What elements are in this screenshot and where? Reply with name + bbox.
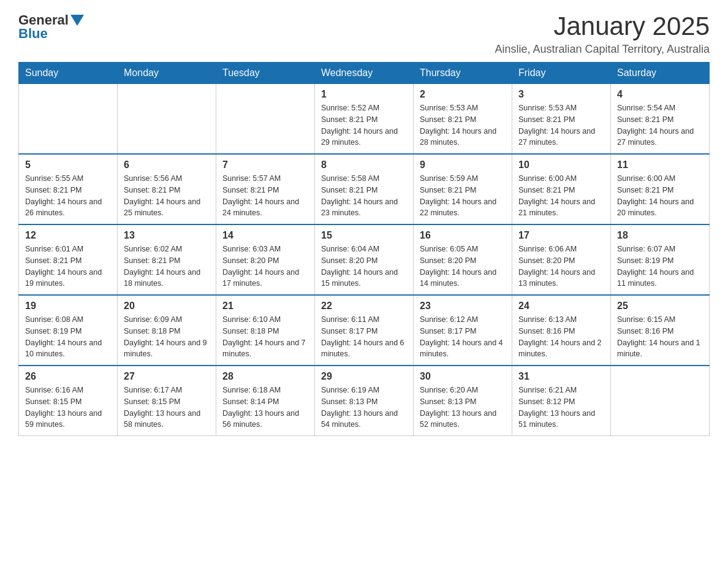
day-number: 11: [617, 159, 703, 170]
header-saturday: Saturday: [611, 63, 710, 84]
week-row-5: 26Sunrise: 6:16 AMSunset: 8:15 PMDayligh…: [19, 366, 710, 436]
week-row-1: 1Sunrise: 5:52 AMSunset: 8:21 PMDaylight…: [19, 84, 710, 155]
cell-2-1: 5Sunrise: 5:55 AMSunset: 8:21 PMDaylight…: [19, 154, 118, 224]
day-info: Sunrise: 6:20 AMSunset: 8:13 PMDaylight:…: [420, 385, 506, 431]
cell-4-3: 21Sunrise: 6:10 AMSunset: 8:18 PMDayligh…: [216, 295, 315, 366]
day-number: 23: [420, 301, 506, 312]
day-info: Sunrise: 6:06 AMSunset: 8:20 PMDaylight:…: [518, 243, 604, 289]
day-info: Sunrise: 6:02 AMSunset: 8:21 PMDaylight:…: [124, 243, 210, 289]
day-info: Sunrise: 6:16 AMSunset: 8:15 PMDaylight:…: [25, 385, 111, 431]
cell-5-6: 31Sunrise: 6:21 AMSunset: 8:12 PMDayligh…: [512, 366, 611, 436]
cell-3-4: 15Sunrise: 6:04 AMSunset: 8:20 PMDayligh…: [315, 224, 414, 295]
cell-1-6: 3Sunrise: 5:53 AMSunset: 8:21 PMDaylight…: [512, 84, 611, 155]
day-info: Sunrise: 5:56 AMSunset: 8:21 PMDaylight:…: [124, 173, 210, 219]
cell-5-3: 28Sunrise: 6:18 AMSunset: 8:14 PMDayligh…: [216, 366, 315, 436]
logo-triangle-icon: [70, 15, 84, 26]
day-number: 22: [321, 301, 407, 312]
header-sunday: Sunday: [19, 63, 118, 84]
week-row-3: 12Sunrise: 6:01 AMSunset: 8:21 PMDayligh…: [19, 224, 710, 295]
cell-3-2: 13Sunrise: 6:02 AMSunset: 8:21 PMDayligh…: [118, 224, 216, 295]
day-number: 18: [617, 230, 703, 241]
day-number: 1: [321, 89, 407, 100]
header-monday: Monday: [118, 63, 216, 84]
cell-1-2: [118, 84, 216, 155]
calendar-table: Sunday Monday Tuesday Wednesday Thursday…: [18, 62, 710, 436]
day-info: Sunrise: 5:54 AMSunset: 8:21 PMDaylight:…: [617, 102, 703, 148]
day-info: Sunrise: 6:01 AMSunset: 8:21 PMDaylight:…: [25, 243, 111, 289]
day-info: Sunrise: 6:03 AMSunset: 8:20 PMDaylight:…: [222, 243, 308, 289]
header-thursday: Thursday: [414, 63, 512, 84]
day-number: 31: [518, 371, 604, 382]
day-info: Sunrise: 6:15 AMSunset: 8:16 PMDaylight:…: [617, 314, 703, 360]
day-info: Sunrise: 5:53 AMSunset: 8:21 PMDaylight:…: [420, 102, 506, 148]
day-number: 5: [25, 159, 111, 170]
day-number: 19: [25, 301, 111, 312]
day-number: 3: [518, 89, 604, 100]
day-number: 15: [321, 230, 407, 241]
day-info: Sunrise: 5:55 AMSunset: 8:21 PMDaylight:…: [25, 173, 111, 219]
cell-1-5: 2Sunrise: 5:53 AMSunset: 8:21 PMDaylight…: [414, 84, 512, 155]
cell-3-7: 18Sunrise: 6:07 AMSunset: 8:19 PMDayligh…: [611, 224, 710, 295]
cell-2-2: 6Sunrise: 5:56 AMSunset: 8:21 PMDaylight…: [118, 154, 216, 224]
cell-3-1: 12Sunrise: 6:01 AMSunset: 8:21 PMDayligh…: [19, 224, 118, 295]
day-number: 2: [420, 89, 506, 100]
cell-4-1: 19Sunrise: 6:08 AMSunset: 8:19 PMDayligh…: [19, 295, 118, 366]
cell-5-1: 26Sunrise: 6:16 AMSunset: 8:15 PMDayligh…: [19, 366, 118, 436]
day-number: 26: [25, 371, 111, 382]
day-number: 24: [518, 301, 604, 312]
day-info: Sunrise: 6:05 AMSunset: 8:20 PMDaylight:…: [420, 243, 506, 289]
day-number: 17: [518, 230, 604, 241]
day-number: 21: [222, 301, 308, 312]
cell-2-4: 8Sunrise: 5:58 AMSunset: 8:21 PMDaylight…: [315, 154, 414, 224]
day-info: Sunrise: 6:11 AMSunset: 8:17 PMDaylight:…: [321, 314, 407, 360]
day-info: Sunrise: 6:00 AMSunset: 8:21 PMDaylight:…: [617, 173, 703, 219]
cell-5-4: 29Sunrise: 6:19 AMSunset: 8:13 PMDayligh…: [315, 366, 414, 436]
cell-1-3: [216, 84, 315, 155]
header-tuesday: Tuesday: [216, 63, 315, 84]
header-row: Sunday Monday Tuesday Wednesday Thursday…: [19, 63, 710, 84]
week-row-4: 19Sunrise: 6:08 AMSunset: 8:19 PMDayligh…: [19, 295, 710, 366]
logo: General Blue: [18, 12, 84, 42]
day-info: Sunrise: 5:57 AMSunset: 8:21 PMDaylight:…: [222, 173, 308, 219]
day-info: Sunrise: 6:17 AMSunset: 8:15 PMDaylight:…: [124, 385, 210, 431]
cell-3-6: 17Sunrise: 6:06 AMSunset: 8:20 PMDayligh…: [512, 224, 611, 295]
logo-blue: Blue: [18, 26, 48, 42]
cell-1-7: 4Sunrise: 5:54 AMSunset: 8:21 PMDaylight…: [611, 84, 710, 155]
day-number: 29: [321, 371, 407, 382]
cell-2-3: 7Sunrise: 5:57 AMSunset: 8:21 PMDaylight…: [216, 154, 315, 224]
cell-5-7: [611, 366, 710, 436]
cell-4-2: 20Sunrise: 6:09 AMSunset: 8:18 PMDayligh…: [118, 295, 216, 366]
day-info: Sunrise: 6:19 AMSunset: 8:13 PMDaylight:…: [321, 385, 407, 431]
day-number: 12: [25, 230, 111, 241]
day-number: 30: [420, 371, 506, 382]
day-number: 20: [124, 301, 210, 312]
day-info: Sunrise: 5:53 AMSunset: 8:21 PMDaylight:…: [518, 102, 604, 148]
cell-5-5: 30Sunrise: 6:20 AMSunset: 8:13 PMDayligh…: [414, 366, 512, 436]
day-number: 28: [222, 371, 308, 382]
day-number: 6: [124, 159, 210, 170]
cell-5-2: 27Sunrise: 6:17 AMSunset: 8:15 PMDayligh…: [118, 366, 216, 436]
day-number: 16: [420, 230, 506, 241]
page-header: General Blue January 2025 Ainslie, Austr…: [18, 12, 710, 56]
header-friday: Friday: [512, 63, 611, 84]
week-row-2: 5Sunrise: 5:55 AMSunset: 8:21 PMDaylight…: [19, 154, 710, 224]
day-info: Sunrise: 6:07 AMSunset: 8:19 PMDaylight:…: [617, 243, 703, 289]
day-info: Sunrise: 5:52 AMSunset: 8:21 PMDaylight:…: [321, 102, 407, 148]
cell-1-1: [19, 84, 118, 155]
day-number: 27: [124, 371, 210, 382]
day-number: 14: [222, 230, 308, 241]
day-info: Sunrise: 6:18 AMSunset: 8:14 PMDaylight:…: [222, 385, 308, 431]
cell-4-6: 24Sunrise: 6:13 AMSunset: 8:16 PMDayligh…: [512, 295, 611, 366]
cell-1-4: 1Sunrise: 5:52 AMSunset: 8:21 PMDaylight…: [315, 84, 414, 155]
cell-2-7: 11Sunrise: 6:00 AMSunset: 8:21 PMDayligh…: [611, 154, 710, 224]
svg-marker-0: [70, 15, 84, 26]
day-info: Sunrise: 6:13 AMSunset: 8:16 PMDaylight:…: [518, 314, 604, 360]
day-info: Sunrise: 5:59 AMSunset: 8:21 PMDaylight:…: [420, 173, 506, 219]
calendar-subtitle: Ainslie, Australian Capital Territory, A…: [495, 43, 710, 56]
cell-2-5: 9Sunrise: 5:59 AMSunset: 8:21 PMDaylight…: [414, 154, 512, 224]
day-info: Sunrise: 6:12 AMSunset: 8:17 PMDaylight:…: [420, 314, 506, 360]
title-area: January 2025 Ainslie, Australian Capital…: [495, 12, 710, 56]
day-info: Sunrise: 5:58 AMSunset: 8:21 PMDaylight:…: [321, 173, 407, 219]
cell-4-4: 22Sunrise: 6:11 AMSunset: 8:17 PMDayligh…: [315, 295, 414, 366]
day-number: 8: [321, 159, 407, 170]
